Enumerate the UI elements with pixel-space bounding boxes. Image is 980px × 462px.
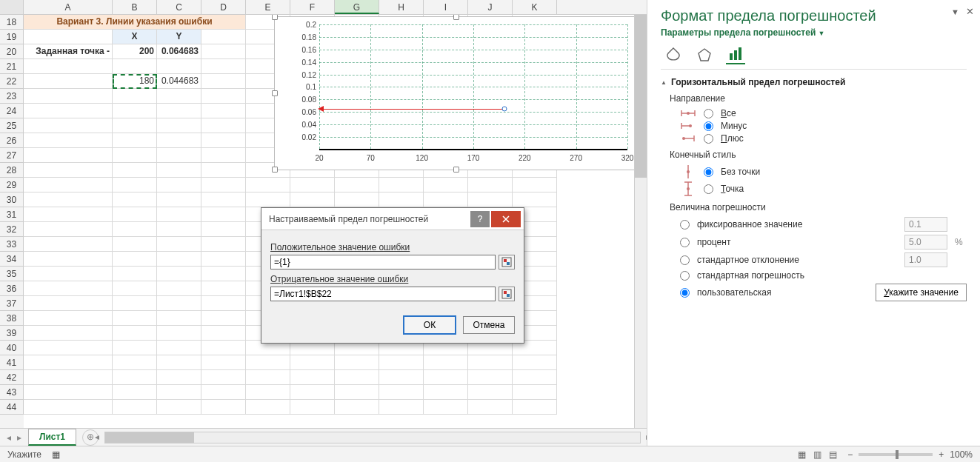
dialog-help-button[interactable]: ? xyxy=(470,211,490,227)
cell[interactable] xyxy=(379,400,424,415)
cell[interactable] xyxy=(424,192,468,207)
panel-menu-icon[interactable]: ▼ xyxy=(951,7,959,16)
row-header[interactable]: 38 xyxy=(0,311,24,326)
col-header-F[interactable]: F xyxy=(290,0,335,14)
resize-handle[interactable] xyxy=(272,15,278,20)
col-header-C[interactable]: C xyxy=(157,0,201,14)
cell[interactable] xyxy=(24,385,113,400)
cell[interactable] xyxy=(157,355,201,370)
cell[interactable] xyxy=(468,370,513,385)
cancel-button[interactable]: Отмена xyxy=(463,316,515,334)
zoom-knob[interactable] xyxy=(896,450,899,459)
col-header-J[interactable]: J xyxy=(468,0,513,14)
horizontal-scrollbar[interactable]: ◂ ▸ xyxy=(104,432,641,443)
cell[interactable] xyxy=(335,385,379,400)
cell[interactable] xyxy=(201,89,246,104)
direction-minus-label[interactable]: Минус xyxy=(721,121,747,131)
error-bar-line[interactable] xyxy=(319,109,504,110)
cell[interactable] xyxy=(24,104,113,118)
cell[interactable] xyxy=(157,311,201,326)
cell[interactable] xyxy=(246,192,290,207)
cell[interactable] xyxy=(24,59,113,74)
cell[interactable] xyxy=(113,252,157,267)
cell[interactable] xyxy=(201,355,246,370)
cell[interactable] xyxy=(24,281,113,296)
cell[interactable] xyxy=(24,178,113,192)
cell[interactable] xyxy=(24,163,113,178)
cell[interactable] xyxy=(24,222,113,237)
cell[interactable] xyxy=(113,281,157,296)
col-header-H[interactable]: H xyxy=(379,0,424,14)
cell[interactable] xyxy=(113,237,157,252)
cell[interactable] xyxy=(24,355,113,370)
cell[interactable]: Вариант 3. Линии указания ошибки xyxy=(24,15,246,30)
cell[interactable] xyxy=(379,192,424,207)
cell[interactable]: 200 xyxy=(113,44,157,59)
error-bar-options-tab-icon[interactable] xyxy=(726,45,745,64)
cell[interactable] xyxy=(24,252,113,267)
cell[interactable] xyxy=(24,133,113,148)
cell[interactable] xyxy=(335,192,379,207)
panel-close-icon[interactable]: ✕ xyxy=(966,6,974,17)
cell[interactable] xyxy=(201,385,246,400)
cell[interactable] xyxy=(157,148,201,163)
cell[interactable] xyxy=(424,385,468,400)
cell[interactable] xyxy=(157,104,201,118)
scrollbar-thumb[interactable] xyxy=(635,15,647,178)
row-header[interactable]: 20 xyxy=(0,44,24,59)
amount-custom-label[interactable]: пользовательская xyxy=(697,287,868,298)
cell[interactable] xyxy=(290,355,335,370)
cell[interactable] xyxy=(246,178,290,192)
cell[interactable] xyxy=(113,148,157,163)
cell[interactable]: 180 xyxy=(113,74,157,89)
cell[interactable] xyxy=(290,370,335,385)
cell[interactable] xyxy=(113,133,157,148)
cell[interactable] xyxy=(201,163,246,178)
amount-stddev-label[interactable]: стандартное отклонение xyxy=(697,255,897,265)
cell[interactable] xyxy=(468,400,513,415)
cell[interactable] xyxy=(24,237,113,252)
cell[interactable] xyxy=(157,133,201,148)
row-header[interactable]: 44 xyxy=(0,400,24,415)
cell[interactable] xyxy=(246,355,290,370)
row-header[interactable]: 42 xyxy=(0,370,24,385)
row-header[interactable]: 24 xyxy=(0,104,24,118)
col-header-I[interactable]: I xyxy=(424,0,468,14)
cell[interactable] xyxy=(201,326,246,341)
dialog-titlebar[interactable]: Настраиваемый предел погрешностей ? xyxy=(261,208,524,230)
cell[interactable] xyxy=(468,178,513,192)
cell[interactable] xyxy=(24,400,113,415)
cell[interactable] xyxy=(113,296,157,311)
cell[interactable] xyxy=(201,281,246,296)
cell[interactable] xyxy=(24,341,113,355)
cell[interactable] xyxy=(201,296,246,311)
cell[interactable] xyxy=(157,400,201,415)
cell[interactable] xyxy=(246,400,290,415)
specify-value-button[interactable]: Укажите значение xyxy=(876,284,967,301)
cell[interactable] xyxy=(379,385,424,400)
cell[interactable] xyxy=(157,252,201,267)
cell[interactable] xyxy=(513,178,557,192)
cell[interactable] xyxy=(157,118,201,133)
cell[interactable] xyxy=(201,192,246,207)
row-header[interactable]: 34 xyxy=(0,252,24,267)
cell[interactable] xyxy=(513,192,557,207)
end-cap-label[interactable]: Точка xyxy=(721,184,744,194)
cell[interactable] xyxy=(513,370,557,385)
plot-area[interactable]: 0.020.040.060.080.10.120.140.160.180.220… xyxy=(319,24,627,150)
amount-custom-radio[interactable] xyxy=(680,288,690,298)
direction-both-label[interactable]: Все xyxy=(721,108,736,118)
zoom-level[interactable]: 100% xyxy=(950,449,973,460)
sheet-tab[interactable]: Лист1 xyxy=(28,429,76,446)
cell[interactable] xyxy=(290,385,335,400)
vertical-scrollbar[interactable] xyxy=(634,15,647,428)
cell[interactable] xyxy=(424,400,468,415)
col-header-B[interactable]: B xyxy=(113,0,157,14)
cell[interactable] xyxy=(157,89,201,104)
cell[interactable] xyxy=(290,192,335,207)
cell[interactable] xyxy=(24,370,113,385)
direction-plus-label[interactable]: Плюс xyxy=(721,133,744,144)
negative-error-input[interactable] xyxy=(270,287,496,301)
cell[interactable] xyxy=(201,133,246,148)
section-header[interactable]: Горизонтальный предел погрешностей xyxy=(661,77,967,87)
